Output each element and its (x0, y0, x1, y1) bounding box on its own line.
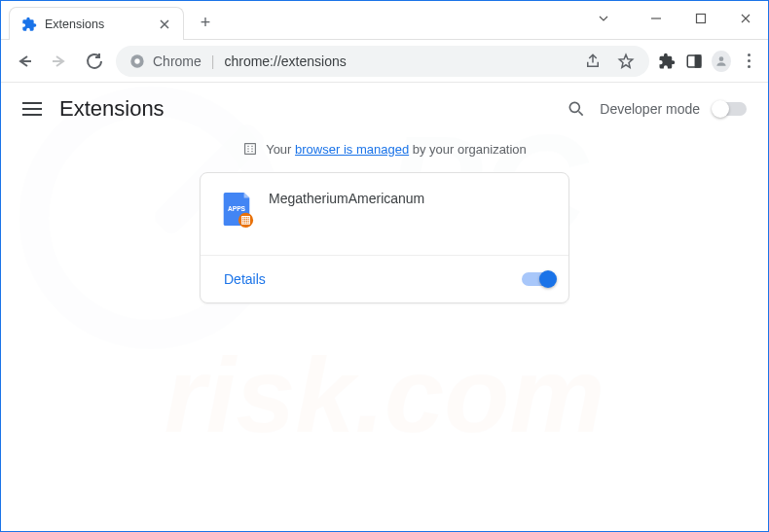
main-menu-button[interactable] (22, 102, 42, 116)
url-scheme: Chrome (153, 53, 201, 69)
svg-rect-8 (696, 55, 701, 67)
tab-title: Extensions (45, 18, 104, 31)
address-bar[interactable]: Chrome | chrome://extensions (116, 46, 649, 77)
close-tab-button[interactable] (158, 18, 171, 31)
svg-rect-11 (245, 144, 256, 155)
extension-enable-toggle[interactable] (522, 272, 555, 286)
extensions-page: Extensions Developer mode Your browser i… (1, 83, 768, 303)
developer-mode-toggle[interactable] (714, 102, 747, 116)
managed-browser-banner: Your browser is managed by your organiza… (1, 135, 768, 172)
chrome-logo-icon (129, 53, 145, 69)
new-tab-button[interactable]: + (192, 9, 219, 36)
url-path: chrome://extensions (224, 53, 346, 69)
side-panel-icon[interactable] (684, 52, 704, 71)
svg-point-6 (134, 58, 139, 63)
tab-overflow-button[interactable] (581, 3, 626, 34)
url-separator: | (211, 53, 215, 69)
svg-text:APPS: APPS (228, 205, 246, 212)
developer-mode-label: Developer mode (600, 101, 700, 117)
extension-card: APPS MegatheriumAmericanum Details (200, 172, 569, 303)
tab-extensions[interactable]: Extensions (9, 7, 184, 40)
details-button[interactable]: Details (214, 266, 275, 293)
bookmark-star-icon[interactable] (616, 52, 636, 71)
extension-name: MegatheriumAmericanum (269, 191, 424, 228)
page-header: Extensions Developer mode (1, 83, 768, 135)
window-controls (581, 1, 768, 36)
browser-toolbar: Chrome | chrome://extensions (1, 40, 768, 83)
page-title: Extensions (59, 96, 165, 122)
search-extensions-button[interactable] (567, 99, 586, 119)
close-window-button[interactable] (723, 3, 768, 34)
extension-puzzle-icon (21, 17, 37, 32)
svg-point-10 (570, 102, 580, 112)
share-icon[interactable] (583, 52, 603, 71)
svg-rect-4 (697, 15, 706, 23)
managed-prefix: Your (266, 142, 291, 157)
back-button[interactable] (11, 48, 38, 75)
managed-suffix: by your organization (413, 142, 527, 157)
forward-button (46, 48, 73, 75)
minimize-button[interactable] (634, 3, 678, 34)
chrome-menu-button[interactable] (739, 52, 758, 71)
managed-link[interactable]: browser is managed (295, 142, 409, 157)
organization-icon (242, 141, 258, 157)
svg-text:risk.com: risk.com (165, 335, 604, 454)
extensions-puzzle-icon[interactable] (657, 52, 677, 71)
profile-avatar[interactable] (712, 52, 731, 71)
extension-icon: APPS (218, 191, 255, 228)
svg-point-9 (719, 56, 724, 61)
maximize-button[interactable] (678, 3, 723, 34)
reload-button[interactable] (81, 48, 108, 75)
